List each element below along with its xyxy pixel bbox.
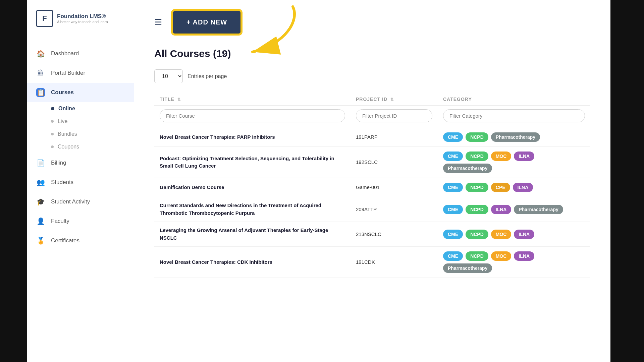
sidebar-label-certificates: Certificates xyxy=(51,237,79,244)
tag-ilna: ILNA xyxy=(491,205,512,214)
subnav-online[interactable]: Online xyxy=(47,102,134,115)
tag-moc: MOC xyxy=(491,152,512,161)
project-id: 213NSCLC xyxy=(356,231,381,237)
subnav-label-live: Live xyxy=(58,118,67,124)
hamburger-menu[interactable]: ☰ xyxy=(154,17,162,27)
logo-title: Foundation LMS® xyxy=(57,13,108,20)
entries-per-page-select[interactable]: 10 25 50 100 xyxy=(154,69,183,83)
sidebar-label-billing: Billing xyxy=(51,160,66,166)
table-row: Podcast: Optimizing Treatment Selection,… xyxy=(154,147,590,178)
col-header-category: CATEGORY xyxy=(438,93,590,106)
tag-pharmacotherapy: Pharmacotherapy xyxy=(491,132,540,142)
student-activity-icon: 🎓 xyxy=(36,197,45,206)
tag-list: CMENCPDPharmacotherapy xyxy=(443,132,585,142)
subnav-coupons[interactable]: Coupons xyxy=(47,140,134,153)
filter-category-input[interactable] xyxy=(443,109,585,122)
sidebar-item-courses[interactable]: 📋 Courses xyxy=(27,83,134,102)
entries-row: 10 25 50 100 Entries per page xyxy=(154,69,590,83)
col-header-title: TITLE ⇅ xyxy=(154,93,351,106)
course-title[interactable]: Gamification Demo Course xyxy=(160,184,224,190)
right-bar xyxy=(610,0,644,362)
tag-ncpd: NCPD xyxy=(466,183,488,192)
tag-list: CMENCPDCPEILNA xyxy=(443,183,585,192)
sidebar-item-faculty[interactable]: 👤 Faculty xyxy=(27,212,134,231)
coupons-dot xyxy=(51,145,54,148)
course-title[interactable]: Current Standards and New Directions in … xyxy=(160,202,321,216)
sidebar-item-certificates[interactable]: 🏅 Certificates xyxy=(27,231,134,250)
sidebar-item-students[interactable]: 👥 Students xyxy=(27,173,134,192)
courses-icon: 📋 xyxy=(36,88,45,97)
tag-ilna: ILNA xyxy=(514,152,534,161)
course-title[interactable]: Leveraging the Growing Arsenal of Adjuva… xyxy=(160,227,328,241)
logo-subtitle: A better way to teach and learn xyxy=(57,20,108,24)
tag-list: CMENCPDMOCILNAPharmacotherapy xyxy=(443,251,585,273)
tag-ncpd: NCPD xyxy=(466,251,488,261)
tag-ncpd: NCPD xyxy=(466,152,488,161)
tag-cme: CME xyxy=(443,205,463,214)
tag-pharmacotherapy: Pharmacotherapy xyxy=(443,164,492,173)
sidebar-label-faculty: Faculty xyxy=(51,218,69,225)
tag-ilna: ILNA xyxy=(514,251,534,261)
subnav-bundles[interactable]: Bundles xyxy=(47,128,134,140)
col-header-project-id: PROJECT ID ⇅ xyxy=(351,93,438,106)
tag-ncpd: NCPD xyxy=(466,205,488,214)
add-new-button[interactable]: + ADD NEW xyxy=(172,10,241,35)
courses-table: TITLE ⇅ PROJECT ID ⇅ CATEGORY xyxy=(154,93,590,278)
tag-cme: CME xyxy=(443,152,463,161)
live-dot xyxy=(51,120,54,123)
filter-course-input[interactable] xyxy=(160,109,345,122)
project-id: 192SCLC xyxy=(356,159,378,165)
course-title[interactable]: Novel Breast Cancer Therapies: CDK Inhib… xyxy=(160,259,272,265)
tag-moc: MOC xyxy=(491,230,512,239)
title-sort-icon[interactable]: ⇅ xyxy=(177,97,181,102)
tag-cpe: CPE xyxy=(491,183,510,192)
sidebar-label-portal-builder: Portal Builder xyxy=(51,70,85,76)
project-id: Game-001 xyxy=(356,184,380,190)
online-dot xyxy=(51,107,54,110)
tag-cme: CME xyxy=(443,230,463,239)
logo-area: F Foundation LMS® A better way to teach … xyxy=(27,0,134,37)
sidebar-item-dashboard[interactable]: 🏠 Dashboard xyxy=(27,44,134,63)
entries-label: Entries per page xyxy=(187,73,227,79)
table-row: Leveraging the Growing Arsenal of Adjuva… xyxy=(154,222,590,247)
sidebar-item-student-activity[interactable]: 🎓 Student Activity xyxy=(27,192,134,212)
left-bar xyxy=(0,0,27,362)
tag-ilna: ILNA xyxy=(514,230,534,239)
courses-subnav: Online Live Bundles Coupons xyxy=(27,102,134,153)
top-bar: ☰ + ADD NEW xyxy=(154,10,590,35)
tag-cme: CME xyxy=(443,251,463,261)
subnav-label-coupons: Coupons xyxy=(58,144,79,150)
filter-project-id-input[interactable] xyxy=(356,109,432,122)
bundles-dot xyxy=(51,133,54,135)
main-content: ☰ + ADD NEW All Courses (19) 10 25 50 10… xyxy=(134,0,610,362)
subnav-live[interactable]: Live xyxy=(47,115,134,128)
sidebar-label-students: Students xyxy=(51,179,73,186)
tag-cme: CME xyxy=(443,183,463,192)
sidebar-item-portal-builder[interactable]: 🏛 Portal Builder xyxy=(27,63,134,83)
table-row: Novel Breast Cancer Therapies: PARP Inhi… xyxy=(154,128,590,147)
project-id: 191CDK xyxy=(356,259,375,265)
nav-items: 🏠 Dashboard 🏛 Portal Builder 📋 Courses O… xyxy=(27,37,134,257)
table-row: Novel Breast Cancer Therapies: CDK Inhib… xyxy=(154,247,590,278)
filter-row xyxy=(154,106,590,128)
course-title[interactable]: Novel Breast Cancer Therapies: PARP Inhi… xyxy=(160,134,275,140)
tag-list: CMENCPDMOCILNAPharmacotherapy xyxy=(443,152,585,173)
sidebar-label-courses: Courses xyxy=(51,89,74,96)
billing-icon: 📄 xyxy=(36,159,45,167)
students-icon: 👥 xyxy=(36,178,45,187)
tag-list: CMENCPDMOCILNA xyxy=(443,230,585,239)
table-row: Current Standards and New Directions in … xyxy=(154,197,590,222)
sidebar-label-student-activity: Student Activity xyxy=(51,198,90,205)
course-title[interactable]: Podcast: Optimizing Treatment Selection,… xyxy=(160,156,334,169)
portal-builder-icon: 🏛 xyxy=(36,69,45,77)
sidebar-label-dashboard: Dashboard xyxy=(51,50,79,57)
sidebar-item-billing[interactable]: 📄 Billing xyxy=(27,153,134,173)
project-id: 191PARP xyxy=(356,134,378,140)
tag-ncpd: NCPD xyxy=(466,132,488,142)
pid-sort-icon[interactable]: ⇅ xyxy=(390,97,394,102)
logo-text: Foundation LMS® A better way to teach an… xyxy=(57,13,108,24)
home-icon: 🏠 xyxy=(36,49,45,58)
tag-ncpd: NCPD xyxy=(466,230,488,239)
tag-moc: MOC xyxy=(491,251,512,261)
tag-ilna: ILNA xyxy=(513,183,533,192)
